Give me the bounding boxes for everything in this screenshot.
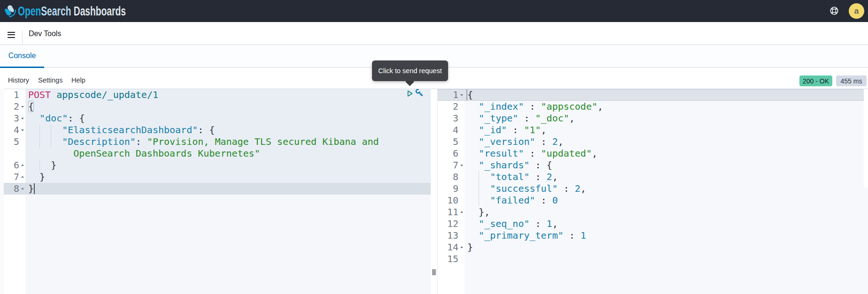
- code-line: }: [25, 171, 431, 183]
- code-token: {: [467, 89, 473, 100]
- code-token: ,: [597, 101, 603, 112]
- code-line: "_seq_no" : 1,: [465, 218, 864, 230]
- help-icon[interactable]: [829, 6, 839, 16]
- code-token: ,: [592, 148, 597, 159]
- code-token: [28, 124, 62, 136]
- code-line: POST appscode/_update/1: [25, 89, 431, 101]
- code-token: [467, 159, 479, 171]
- gutter-line-number: 3: [437, 113, 465, 124]
- code-line: }: [25, 183, 431, 195]
- fold-caret-down-icon[interactable]: [460, 94, 463, 96]
- gutter-line-number: 12: [437, 218, 465, 230]
- code-line: }: [465, 241, 864, 253]
- code-token-str: "Provision, Manage TLS secured Kibana an…: [147, 136, 379, 147]
- code-token: :: [558, 183, 575, 194]
- gutter-line-number: 2: [437, 101, 465, 113]
- code-token: ,: [581, 183, 586, 194]
- code-token-str: OpenSearch Dashboards Kubernetes": [73, 148, 260, 159]
- fold-caret-up-icon[interactable]: [460, 211, 463, 213]
- response-scrollbar-track: [864, 89, 868, 188]
- code-token-num: 2: [575, 183, 581, 194]
- code-token-key: "_primary_term": [479, 230, 564, 241]
- code-token-key: "_index": [479, 101, 524, 112]
- code-token-str: "_doc": [535, 113, 569, 124]
- code-token: [28, 136, 62, 147]
- code-token: },: [467, 206, 490, 218]
- code-token-key: "successful": [490, 183, 558, 194]
- fold-caret-down-icon[interactable]: [21, 129, 24, 131]
- code-token: }: [28, 159, 56, 171]
- gutter-line-number: 7: [437, 159, 465, 171]
- code-token: [467, 136, 479, 147]
- code-line: "successful" : 2,: [465, 183, 864, 195]
- code-token-key: "_version": [479, 136, 535, 147]
- response-editor[interactable]: 123456789101112131415 { "_index" : "apps…: [437, 89, 868, 294]
- code-token: :: [524, 148, 541, 159]
- tab-console[interactable]: Console: [0, 45, 44, 67]
- indent-guide: [479, 195, 479, 206]
- code-line: "Description": "Provision, Manage TLS se…: [25, 136, 431, 148]
- code-token: [467, 230, 479, 241]
- wrench-icon[interactable]: [415, 89, 424, 97]
- code-token: :: [518, 113, 535, 124]
- fold-caret-up-icon[interactable]: [21, 188, 24, 189]
- indent-guide: [39, 124, 40, 136]
- fold-caret-up-icon[interactable]: [460, 246, 463, 248]
- gutter-line-number: 15: [437, 253, 465, 265]
- code-token-num: 2: [547, 171, 552, 182]
- code-line: "failed" : 0: [465, 195, 864, 206]
- menu-help[interactable]: Help: [71, 71, 85, 89]
- fold-caret-down-icon[interactable]: [21, 106, 24, 108]
- code-token: }: [467, 241, 473, 253]
- indent-guide: [39, 136, 40, 148]
- fold-caret-down-icon[interactable]: [21, 118, 24, 120]
- text-cursor: [34, 183, 35, 194]
- code-token: :: [507, 124, 524, 136]
- gutter-line-number: 8: [437, 171, 465, 183]
- panel-resizer-grip[interactable]: [433, 269, 436, 275]
- nav-divider: [22, 30, 23, 45]
- gutter-line-number: 3: [4, 113, 25, 124]
- code-token: }: [28, 183, 34, 194]
- request-editor[interactable]: 12345678 POST appscode/_update/1{ "doc":…: [4, 89, 431, 294]
- code-token-str: "updated": [541, 148, 592, 159]
- code-token-key: "result": [479, 148, 524, 159]
- header-bar: OpenSearch Dashboards a: [0, 0, 868, 22]
- indent-guide: [479, 171, 479, 183]
- code-line: }: [25, 159, 431, 171]
- code-line: "_shards" : {: [465, 159, 864, 171]
- fold-caret-up-icon[interactable]: [21, 176, 24, 178]
- code-token-key: "doc": [39, 113, 68, 124]
- code-token: ,: [569, 113, 575, 124]
- code-token: :: [136, 136, 147, 147]
- user-avatar[interactable]: a: [849, 3, 864, 19]
- code-line: {: [25, 101, 431, 113]
- fold-caret-down-icon[interactable]: [460, 165, 463, 166]
- code-token-key: "Description": [62, 136, 136, 147]
- fold-caret-up-icon[interactable]: [21, 164, 24, 166]
- code-line: "_type" : "_doc",: [465, 113, 864, 124]
- code-token-method: POST: [28, 89, 56, 100]
- send-request-icon[interactable]: [407, 90, 413, 97]
- code-token-key: "ElasticsearchDashboard": [62, 124, 198, 136]
- gutter-line-number: 6: [4, 159, 25, 171]
- code-token: :: [535, 195, 552, 206]
- code-token-url: appscode/_update/1: [56, 89, 158, 100]
- menu-hamburger-icon[interactable]: [8, 32, 15, 38]
- gutter-line-number: 8: [4, 183, 25, 195]
- code-token-num: 1: [581, 230, 586, 241]
- indent-guide: [51, 136, 51, 148]
- code-token: }: [28, 171, 45, 182]
- code-line: },: [465, 206, 864, 218]
- left-margin-strip: [0, 89, 4, 294]
- code-line: "_index" : "appscode",: [465, 101, 864, 113]
- menu-history[interactable]: History: [8, 71, 29, 89]
- code-token-key: "failed": [490, 195, 535, 206]
- opensearch-wordmark: OpenSearch Dashboards: [18, 0, 126, 22]
- code-token: :: [524, 101, 541, 112]
- code-line: "_version" : 2,: [465, 136, 864, 148]
- code-token: {: [28, 101, 34, 112]
- code-token: ,: [552, 218, 558, 229]
- menu-settings[interactable]: Settings: [38, 71, 62, 89]
- code-token-str: "appscode": [541, 101, 597, 112]
